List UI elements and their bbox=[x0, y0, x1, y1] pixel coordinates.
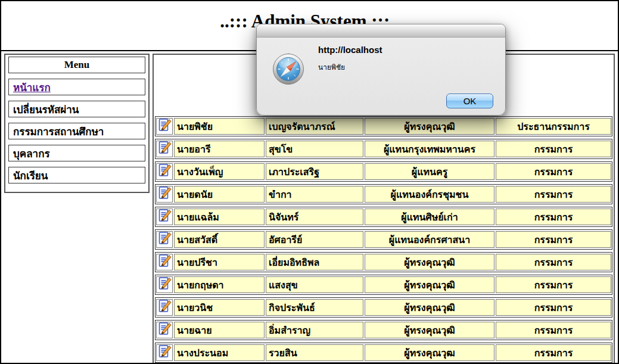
edit-icon bbox=[157, 209, 172, 225]
last-name-cell: สุขโข bbox=[266, 141, 363, 157]
position-cell: กรรมการ bbox=[496, 344, 611, 361]
edit-row-button[interactable] bbox=[156, 186, 173, 203]
edit-row-button[interactable] bbox=[156, 141, 173, 157]
sidebar-item-students[interactable]: นักเรียน bbox=[8, 167, 145, 183]
sidebar-item-change-password[interactable]: เปลี่ยนรหัสผ่าน bbox=[8, 101, 145, 117]
table-row: นายอารี สุขโข ผู้แทนกรุงเทพมหานคร กรรมกา… bbox=[155, 139, 612, 159]
edit-row-button[interactable] bbox=[156, 344, 173, 361]
first-name-cell: นายสวัสดิ์ bbox=[174, 231, 265, 248]
last-name-cell: นิจันทร์ bbox=[266, 209, 363, 225]
position-cell: กรรมการ bbox=[496, 322, 611, 338]
representing-cell: ผู้ทรงคุณวุฒิ bbox=[365, 322, 494, 338]
edit-icon bbox=[157, 141, 172, 157]
first-name-cell: นายอารี bbox=[174, 141, 265, 157]
first-name-cell: นายแฉล้ม bbox=[174, 209, 265, 225]
first-name-cell: นายพิชัย bbox=[174, 118, 265, 135]
last-name-cell: อัศอารีย์ bbox=[266, 231, 363, 248]
first-name-cell: นายวนิช bbox=[174, 299, 265, 316]
dialog-source-text: http://localhost bbox=[318, 45, 382, 55]
position-cell: กรรมการ bbox=[496, 299, 611, 316]
dialog-message-text: นายพิชัย bbox=[318, 61, 345, 73]
first-name-cell: นายกฤษดา bbox=[174, 276, 265, 293]
edit-row-button[interactable] bbox=[156, 118, 173, 135]
last-name-cell: รวยสิน bbox=[266, 344, 363, 361]
edit-row-button[interactable] bbox=[156, 209, 173, 225]
edit-row-button[interactable] bbox=[156, 276, 173, 293]
position-cell: กรรมการ bbox=[496, 254, 611, 270]
edit-icon bbox=[157, 276, 172, 293]
table-row: นางประนอม รวยสิน ผู้ทรงคุณวุฒ กรรมการ bbox=[155, 343, 612, 363]
alert-dialog: http://localhost นายพิชัย OK bbox=[256, 24, 506, 116]
board-table: นายพิชัย เบญจรัตนาภรณ์ ผู้ทรงคุณวุฒิ ประ… bbox=[155, 116, 612, 363]
admin-system-page: ..::: Admin System :::.. Menu หน้าแรก เป… bbox=[0, 0, 619, 364]
edit-row-button[interactable] bbox=[156, 299, 173, 316]
menu-header: Menu bbox=[8, 57, 145, 73]
representing-cell: ผู้แทนครู bbox=[365, 163, 494, 180]
representing-cell: ผู้ทรงคุณวุฒิ bbox=[365, 254, 494, 270]
position-cell: ประธานกรรมการ bbox=[496, 118, 611, 135]
representing-cell: ผู้แทนศิษย์เก่า bbox=[365, 209, 494, 225]
edit-icon bbox=[157, 254, 172, 270]
first-name-cell: นางประนอม bbox=[174, 344, 265, 361]
representing-cell: ผู้ทรงคุณวุฒิ bbox=[365, 118, 494, 135]
edit-row-button[interactable] bbox=[156, 254, 173, 270]
last-name-cell: เภาประเสริฐ bbox=[266, 163, 363, 180]
last-name-cell: เบญจรัตนาภรณ์ bbox=[266, 118, 363, 135]
position-cell: กรรมการ bbox=[496, 276, 611, 293]
representing-cell: ผู้แทนองค์กรศาสนา bbox=[365, 231, 494, 248]
edit-icon bbox=[157, 231, 172, 248]
table-row: นายฉาย อิ่มสำราญ ผู้ทรงคุณวุฒิ กรรมการ bbox=[155, 320, 612, 340]
table-row: นายพิชัย เบญจรัตนาภรณ์ ผู้ทรงคุณวุฒิ ประ… bbox=[155, 116, 612, 136]
representing-cell: ผู้ทรงคุณวุฒิ bbox=[365, 299, 494, 316]
table-row: นายแฉล้ม นิจันทร์ ผู้แทนศิษย์เก่า กรรมกา… bbox=[155, 207, 612, 227]
last-name-cell: แสงสุข bbox=[266, 276, 363, 293]
representing-cell: ผู้ทรงคุณวุฒ bbox=[365, 344, 494, 361]
table-row: นายวนิช กิจประพันธ์ ผู้ทรงคุณวุฒิ กรรมกา… bbox=[155, 297, 612, 318]
table-row: นายปรีชา เอี่ยมอิทธิพล ผู้ทรงคุณวุฒิ กรร… bbox=[155, 252, 612, 272]
representing-cell: ผู้แทนกรุงเทพมหานคร bbox=[365, 141, 494, 157]
position-cell: กรรมการ bbox=[496, 209, 611, 225]
representing-cell: ผู้ทรงคุณวุฒิ bbox=[365, 276, 494, 293]
last-name-cell: เอี่ยมอิทธิพล bbox=[266, 254, 363, 270]
first-name-cell: นางวันเพ็ญ bbox=[174, 163, 265, 180]
sidebar-item-school-board[interactable]: กรรมการสถานศึกษา bbox=[8, 123, 145, 139]
first-name-cell: นายดนัย bbox=[174, 186, 265, 203]
first-name-cell: นายฉาย bbox=[174, 322, 265, 338]
ok-button[interactable]: OK bbox=[446, 94, 493, 108]
edit-row-button[interactable] bbox=[156, 322, 173, 338]
table-row: นางวันเพ็ญ เภาประเสริฐ ผู้แทนครู กรรมการ bbox=[155, 161, 612, 182]
edit-icon bbox=[157, 299, 172, 316]
last-name-cell: อิ่มสำราญ bbox=[266, 322, 363, 338]
last-name-cell: ขำกา bbox=[266, 186, 363, 203]
edit-row-button[interactable] bbox=[156, 163, 173, 180]
edit-row-button[interactable] bbox=[156, 231, 173, 248]
edit-icon bbox=[157, 344, 172, 361]
sidebar-item-personnel[interactable]: บุคลากร bbox=[8, 145, 145, 161]
first-name-cell: นายปรีชา bbox=[174, 254, 265, 270]
table-row: นายกฤษดา แสงสุข ผู้ทรงคุณวุฒิ กรรมการ bbox=[155, 275, 612, 295]
position-cell: กรรมการ bbox=[496, 186, 611, 203]
representing-cell: ผู้แทนองค์กรชุมชน bbox=[365, 186, 494, 203]
home-link[interactable]: หน้าแรก bbox=[13, 79, 51, 95]
edit-icon bbox=[157, 322, 172, 338]
sidebar-menu: Menu หน้าแรก เปลี่ยนรหัสผ่าน กรรมการสถาน… bbox=[4, 54, 150, 193]
dialog-titlebar bbox=[257, 24, 505, 38]
position-cell: กรรมการ bbox=[496, 141, 611, 157]
table-row: นายสวัสดิ์ อัศอารีย์ ผู้แทนองค์กรศาสนา ก… bbox=[155, 229, 612, 250]
last-name-cell: กิจประพันธ์ bbox=[266, 299, 363, 316]
table-row: นายดนัย ขำกา ผู้แทนองค์กรชุมชน กรรมการ bbox=[155, 184, 612, 204]
safari-compass-icon bbox=[271, 51, 306, 85]
edit-icon bbox=[157, 118, 172, 135]
edit-icon bbox=[157, 186, 172, 203]
position-cell: กรรมการ bbox=[496, 231, 611, 248]
position-cell: กรรมการ bbox=[496, 163, 611, 180]
edit-icon bbox=[157, 163, 172, 180]
sidebar-item-home[interactable]: หน้าแรก bbox=[8, 79, 145, 95]
